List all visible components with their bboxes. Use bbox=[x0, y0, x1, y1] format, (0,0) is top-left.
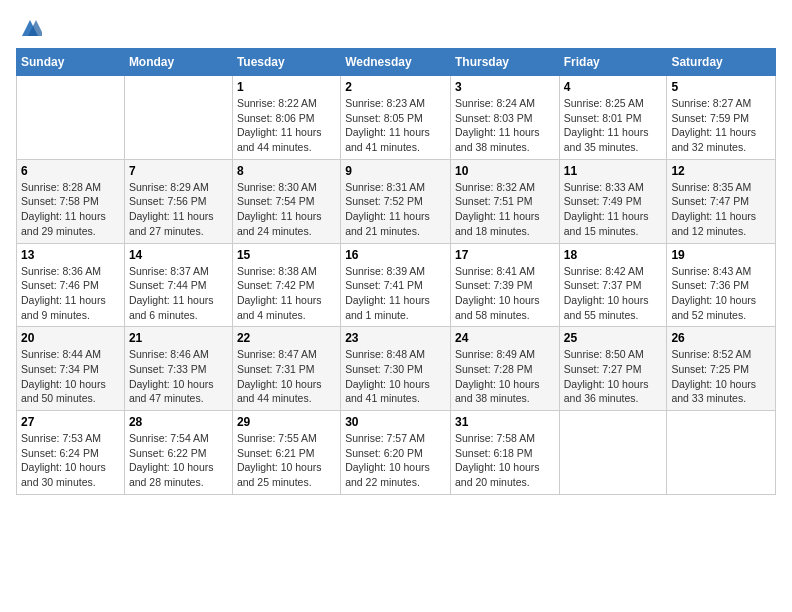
day-info: Sunrise: 8:41 AMSunset: 7:39 PMDaylight:… bbox=[455, 264, 555, 323]
day-info: Sunrise: 8:25 AMSunset: 8:01 PMDaylight:… bbox=[564, 96, 663, 155]
day-number: 27 bbox=[21, 415, 120, 429]
day-number: 26 bbox=[671, 331, 771, 345]
calendar-cell: 25 Sunrise: 8:50 AMSunset: 7:27 PMDaylig… bbox=[559, 327, 667, 411]
day-number: 13 bbox=[21, 248, 120, 262]
day-info: Sunrise: 8:50 AMSunset: 7:27 PMDaylight:… bbox=[564, 347, 663, 406]
calendar-cell: 20 Sunrise: 8:44 AMSunset: 7:34 PMDaylig… bbox=[17, 327, 125, 411]
day-info: Sunrise: 8:32 AMSunset: 7:51 PMDaylight:… bbox=[455, 180, 555, 239]
day-info: Sunrise: 7:55 AMSunset: 6:21 PMDaylight:… bbox=[237, 431, 336, 490]
day-info: Sunrise: 8:49 AMSunset: 7:28 PMDaylight:… bbox=[455, 347, 555, 406]
day-number: 24 bbox=[455, 331, 555, 345]
day-info: Sunrise: 7:57 AMSunset: 6:20 PMDaylight:… bbox=[345, 431, 446, 490]
calendar-cell: 23 Sunrise: 8:48 AMSunset: 7:30 PMDaylig… bbox=[341, 327, 451, 411]
weekday-header-thursday: Thursday bbox=[450, 49, 559, 76]
calendar-cell: 8 Sunrise: 8:30 AMSunset: 7:54 PMDayligh… bbox=[232, 159, 340, 243]
day-info: Sunrise: 7:53 AMSunset: 6:24 PMDaylight:… bbox=[21, 431, 120, 490]
day-number: 21 bbox=[129, 331, 228, 345]
calendar-cell: 22 Sunrise: 8:47 AMSunset: 7:31 PMDaylig… bbox=[232, 327, 340, 411]
day-number: 7 bbox=[129, 164, 228, 178]
calendar-cell: 28 Sunrise: 7:54 AMSunset: 6:22 PMDaylig… bbox=[124, 411, 232, 495]
calendar-cell: 9 Sunrise: 8:31 AMSunset: 7:52 PMDayligh… bbox=[341, 159, 451, 243]
day-number: 17 bbox=[455, 248, 555, 262]
calendar-cell: 3 Sunrise: 8:24 AMSunset: 8:03 PMDayligh… bbox=[450, 76, 559, 160]
day-info: Sunrise: 8:52 AMSunset: 7:25 PMDaylight:… bbox=[671, 347, 771, 406]
day-info: Sunrise: 8:39 AMSunset: 7:41 PMDaylight:… bbox=[345, 264, 446, 323]
weekday-header-wednesday: Wednesday bbox=[341, 49, 451, 76]
calendar-cell: 19 Sunrise: 8:43 AMSunset: 7:36 PMDaylig… bbox=[667, 243, 776, 327]
day-info: Sunrise: 8:37 AMSunset: 7:44 PMDaylight:… bbox=[129, 264, 228, 323]
weekday-header-tuesday: Tuesday bbox=[232, 49, 340, 76]
day-number: 29 bbox=[237, 415, 336, 429]
day-info: Sunrise: 8:42 AMSunset: 7:37 PMDaylight:… bbox=[564, 264, 663, 323]
weekday-header-sunday: Sunday bbox=[17, 49, 125, 76]
day-number: 25 bbox=[564, 331, 663, 345]
day-number: 5 bbox=[671, 80, 771, 94]
day-number: 23 bbox=[345, 331, 446, 345]
week-row-2: 6 Sunrise: 8:28 AMSunset: 7:58 PMDayligh… bbox=[17, 159, 776, 243]
day-number: 30 bbox=[345, 415, 446, 429]
calendar-cell bbox=[124, 76, 232, 160]
calendar-cell: 21 Sunrise: 8:46 AMSunset: 7:33 PMDaylig… bbox=[124, 327, 232, 411]
weekday-header-friday: Friday bbox=[559, 49, 667, 76]
calendar-cell: 29 Sunrise: 7:55 AMSunset: 6:21 PMDaylig… bbox=[232, 411, 340, 495]
calendar-cell bbox=[667, 411, 776, 495]
calendar-cell: 16 Sunrise: 8:39 AMSunset: 7:41 PMDaylig… bbox=[341, 243, 451, 327]
day-info: Sunrise: 8:38 AMSunset: 7:42 PMDaylight:… bbox=[237, 264, 336, 323]
calendar-cell: 15 Sunrise: 8:38 AMSunset: 7:42 PMDaylig… bbox=[232, 243, 340, 327]
week-row-4: 20 Sunrise: 8:44 AMSunset: 7:34 PMDaylig… bbox=[17, 327, 776, 411]
day-info: Sunrise: 8:43 AMSunset: 7:36 PMDaylight:… bbox=[671, 264, 771, 323]
day-info: Sunrise: 8:48 AMSunset: 7:30 PMDaylight:… bbox=[345, 347, 446, 406]
day-info: Sunrise: 8:35 AMSunset: 7:47 PMDaylight:… bbox=[671, 180, 771, 239]
day-number: 16 bbox=[345, 248, 446, 262]
day-info: Sunrise: 8:27 AMSunset: 7:59 PMDaylight:… bbox=[671, 96, 771, 155]
logo bbox=[16, 16, 42, 40]
calendar-cell: 27 Sunrise: 7:53 AMSunset: 6:24 PMDaylig… bbox=[17, 411, 125, 495]
day-info: Sunrise: 8:22 AMSunset: 8:06 PMDaylight:… bbox=[237, 96, 336, 155]
day-info: Sunrise: 7:58 AMSunset: 6:18 PMDaylight:… bbox=[455, 431, 555, 490]
day-info: Sunrise: 8:29 AMSunset: 7:56 PMDaylight:… bbox=[129, 180, 228, 239]
calendar-cell: 13 Sunrise: 8:36 AMSunset: 7:46 PMDaylig… bbox=[17, 243, 125, 327]
week-row-3: 13 Sunrise: 8:36 AMSunset: 7:46 PMDaylig… bbox=[17, 243, 776, 327]
calendar-cell: 1 Sunrise: 8:22 AMSunset: 8:06 PMDayligh… bbox=[232, 76, 340, 160]
day-number: 4 bbox=[564, 80, 663, 94]
calendar-cell: 12 Sunrise: 8:35 AMSunset: 7:47 PMDaylig… bbox=[667, 159, 776, 243]
calendar-cell: 26 Sunrise: 8:52 AMSunset: 7:25 PMDaylig… bbox=[667, 327, 776, 411]
day-number: 18 bbox=[564, 248, 663, 262]
day-info: Sunrise: 8:30 AMSunset: 7:54 PMDaylight:… bbox=[237, 180, 336, 239]
day-info: Sunrise: 8:33 AMSunset: 7:49 PMDaylight:… bbox=[564, 180, 663, 239]
calendar-cell bbox=[559, 411, 667, 495]
day-info: Sunrise: 8:28 AMSunset: 7:58 PMDaylight:… bbox=[21, 180, 120, 239]
day-info: Sunrise: 8:23 AMSunset: 8:05 PMDaylight:… bbox=[345, 96, 446, 155]
calendar-cell: 14 Sunrise: 8:37 AMSunset: 7:44 PMDaylig… bbox=[124, 243, 232, 327]
day-number: 28 bbox=[129, 415, 228, 429]
calendar-cell bbox=[17, 76, 125, 160]
calendar-cell: 24 Sunrise: 8:49 AMSunset: 7:28 PMDaylig… bbox=[450, 327, 559, 411]
day-info: Sunrise: 7:54 AMSunset: 6:22 PMDaylight:… bbox=[129, 431, 228, 490]
calendar-cell: 7 Sunrise: 8:29 AMSunset: 7:56 PMDayligh… bbox=[124, 159, 232, 243]
day-number: 3 bbox=[455, 80, 555, 94]
day-number: 31 bbox=[455, 415, 555, 429]
calendar-cell: 11 Sunrise: 8:33 AMSunset: 7:49 PMDaylig… bbox=[559, 159, 667, 243]
day-info: Sunrise: 8:46 AMSunset: 7:33 PMDaylight:… bbox=[129, 347, 228, 406]
day-number: 20 bbox=[21, 331, 120, 345]
day-info: Sunrise: 8:24 AMSunset: 8:03 PMDaylight:… bbox=[455, 96, 555, 155]
logo-icon bbox=[18, 16, 42, 40]
day-number: 2 bbox=[345, 80, 446, 94]
day-number: 9 bbox=[345, 164, 446, 178]
day-number: 12 bbox=[671, 164, 771, 178]
day-number: 14 bbox=[129, 248, 228, 262]
day-number: 11 bbox=[564, 164, 663, 178]
calendar-cell: 5 Sunrise: 8:27 AMSunset: 7:59 PMDayligh… bbox=[667, 76, 776, 160]
page-header bbox=[16, 16, 776, 40]
day-number: 6 bbox=[21, 164, 120, 178]
calendar-cell: 31 Sunrise: 7:58 AMSunset: 6:18 PMDaylig… bbox=[450, 411, 559, 495]
weekday-header-row: SundayMondayTuesdayWednesdayThursdayFrid… bbox=[17, 49, 776, 76]
week-row-5: 27 Sunrise: 7:53 AMSunset: 6:24 PMDaylig… bbox=[17, 411, 776, 495]
logo-text bbox=[16, 16, 42, 40]
calendar-cell: 18 Sunrise: 8:42 AMSunset: 7:37 PMDaylig… bbox=[559, 243, 667, 327]
calendar-cell: 2 Sunrise: 8:23 AMSunset: 8:05 PMDayligh… bbox=[341, 76, 451, 160]
calendar-cell: 10 Sunrise: 8:32 AMSunset: 7:51 PMDaylig… bbox=[450, 159, 559, 243]
calendar-cell: 30 Sunrise: 7:57 AMSunset: 6:20 PMDaylig… bbox=[341, 411, 451, 495]
day-info: Sunrise: 8:44 AMSunset: 7:34 PMDaylight:… bbox=[21, 347, 120, 406]
weekday-header-monday: Monday bbox=[124, 49, 232, 76]
